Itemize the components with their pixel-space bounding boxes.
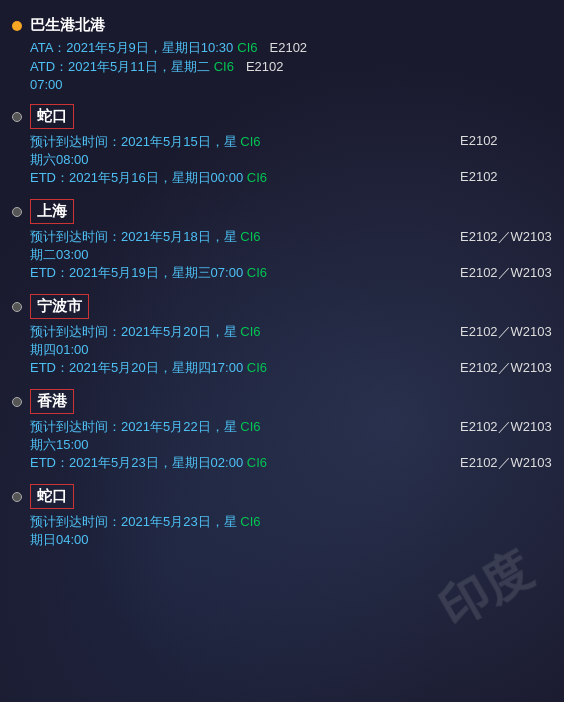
ata-text: ATA：2021年5月9日，星期日10:30 xyxy=(30,39,233,57)
eta-label-hk: 预计到达时间：2021年5月22日，星 xyxy=(30,419,237,434)
eta-time-sk2: 期日04:00 xyxy=(30,532,89,547)
port-dot-sh xyxy=(12,207,22,217)
port-details-hk: 预计到达时间：2021年5月22日，星 CI6 期六15:00 E2102／W2… xyxy=(30,418,552,472)
eta-row-sh: 预计到达时间：2021年5月18日，星 CI6 期二03:00 E2102／W2… xyxy=(30,228,552,264)
port-section-sh: 上海 预计到达时间：2021年5月18日，星 CI6 期二03:00 E2102… xyxy=(12,199,552,282)
port-header-hk: 香港 xyxy=(12,389,552,414)
port-name-sk1: 蛇口 xyxy=(30,104,74,129)
etd-code-nb: E2102／W2103 xyxy=(452,359,552,377)
eta-link-sh[interactable]: CI6 xyxy=(240,229,260,244)
port-header-nb: 宁波市 xyxy=(12,294,552,319)
port-dot-hk xyxy=(12,397,22,407)
port-section-bsh: 巴生港北港 ATA：2021年5月9日，星期日10:30 CI6 E2102 A… xyxy=(12,16,552,92)
port-section-sk1: 蛇口 预计到达时间：2021年5月15日，星 CI6 期六08:00 E2102… xyxy=(12,104,552,187)
atd-text: ATD：2021年5月11日，星期二 xyxy=(30,58,210,76)
etd-link-nb[interactable]: CI6 xyxy=(247,360,267,375)
port-name-bsh: 巴生港北港 xyxy=(30,16,105,35)
port-name-hk: 香港 xyxy=(30,389,74,414)
atd-row: ATD：2021年5月11日，星期二 CI6 E2102 xyxy=(30,58,552,76)
port-details-sk2: 预计到达时间：2021年5月23日，星 CI6 期日04:00 xyxy=(30,513,552,549)
etd-label-nb: ETD：2021年5月20日，星期四17:00 xyxy=(30,360,243,375)
eta-link-nb[interactable]: CI6 xyxy=(240,324,260,339)
atd-code: E2102 xyxy=(238,59,318,74)
eta-row-sk1: 预计到达时间：2021年5月15日，星 CI6 期六08:00 E2102 xyxy=(30,133,552,169)
port-dot-sk1 xyxy=(12,112,22,122)
port-section-hk: 香港 预计到达时间：2021年5月22日，星 CI6 期六15:00 E2102… xyxy=(12,389,552,472)
port-dot-sk2 xyxy=(12,492,22,502)
eta-time-nb: 期四01:00 xyxy=(30,342,89,357)
etd-row-hk: ETD：2021年5月23日，星期日02:00 CI6 E2102／W2103 xyxy=(30,454,552,472)
port-header-bsh: 巴生港北港 xyxy=(12,16,552,35)
etd-label-sk1: ETD：2021年5月16日，星期日00:00 xyxy=(30,170,243,185)
eta-code-sk1: E2102 xyxy=(452,133,552,148)
etd-row-sh: ETD：2021年5月19日，星期三07:00 CI6 E2102／W2103 xyxy=(30,264,552,282)
eta-time-hk: 期六15:00 xyxy=(30,437,89,452)
atd-time-row: 07:00 xyxy=(30,77,552,92)
port-header-sh: 上海 xyxy=(12,199,552,224)
etd-row-nb: ETD：2021年5月20日，星期四17:00 CI6 E2102／W2103 xyxy=(30,359,552,377)
eta-row-nb: 预计到达时间：2021年5月20日，星 CI6 期四01:00 E2102／W2… xyxy=(30,323,552,359)
eta-time-sk1: 期六08:00 xyxy=(30,152,89,167)
port-details-sk1: 预计到达时间：2021年5月15日，星 CI6 期六08:00 E2102 ET… xyxy=(30,133,552,187)
port-dot-bsh xyxy=(12,21,22,31)
etd-code-sh: E2102／W2103 xyxy=(452,264,552,282)
eta-code-nb: E2102／W2103 xyxy=(452,323,552,341)
eta-row-sk2: 预计到达时间：2021年5月23日，星 CI6 期日04:00 xyxy=(30,513,552,549)
etd-code-sk1: E2102 xyxy=(452,169,552,184)
eta-link-hk[interactable]: CI6 xyxy=(240,419,260,434)
eta-code-sh: E2102／W2103 xyxy=(452,228,552,246)
atd-time: 07:00 xyxy=(30,77,63,92)
etd-code-hk: E2102／W2103 xyxy=(452,454,552,472)
etd-label-sh: ETD：2021年5月19日，星期三07:00 xyxy=(30,265,243,280)
port-section-nb: 宁波市 预计到达时间：2021年5月20日，星 CI6 期四01:00 E210… xyxy=(12,294,552,377)
etd-link-sh[interactable]: CI6 xyxy=(247,265,267,280)
port-header-sk2: 蛇口 xyxy=(12,484,552,509)
eta-link-sk2[interactable]: CI6 xyxy=(240,514,260,529)
eta-label-sk1: 预计到达时间：2021年5月15日，星 xyxy=(30,134,237,149)
port-header-sk1: 蛇口 xyxy=(12,104,552,129)
ata-link[interactable]: CI6 xyxy=(237,40,257,55)
eta-label-sh: 预计到达时间：2021年5月18日，星 xyxy=(30,229,237,244)
port-name-sh: 上海 xyxy=(30,199,74,224)
etd-label-hk: ETD：2021年5月23日，星期日02:00 xyxy=(30,455,243,470)
eta-row-hk: 预计到达时间：2021年5月22日，星 CI6 期六15:00 E2102／W2… xyxy=(30,418,552,454)
port-name-sk2: 蛇口 xyxy=(30,484,74,509)
port-dot-nb xyxy=(12,302,22,312)
port-section-sk2: 蛇口 预计到达时间：2021年5月23日，星 CI6 期日04:00 xyxy=(12,484,552,549)
eta-link-sk1[interactable]: CI6 xyxy=(240,134,260,149)
eta-time-sh: 期二03:00 xyxy=(30,247,89,262)
ata-code: E2102 xyxy=(262,40,342,55)
etd-row-sk1: ETD：2021年5月16日，星期日00:00 CI6 E2102 xyxy=(30,169,552,187)
watermark: 印度 xyxy=(428,538,543,641)
ata-row: ATA：2021年5月9日，星期日10:30 CI6 E2102 xyxy=(30,39,552,57)
etd-link-hk[interactable]: CI6 xyxy=(247,455,267,470)
port-details-nb: 预计到达时间：2021年5月20日，星 CI6 期四01:00 E2102／W2… xyxy=(30,323,552,377)
eta-label-nb: 预计到达时间：2021年5月20日，星 xyxy=(30,324,237,339)
port-details-sh: 预计到达时间：2021年5月18日，星 CI6 期二03:00 E2102／W2… xyxy=(30,228,552,282)
ata-block-bsh: ATA：2021年5月9日，星期日10:30 CI6 E2102 ATD：202… xyxy=(30,39,552,92)
eta-code-hk: E2102／W2103 xyxy=(452,418,552,436)
atd-link[interactable]: CI6 xyxy=(214,59,234,74)
port-name-nb: 宁波市 xyxy=(30,294,89,319)
etd-link-sk1[interactable]: CI6 xyxy=(247,170,267,185)
eta-label-sk2: 预计到达时间：2021年5月23日，星 xyxy=(30,514,237,529)
